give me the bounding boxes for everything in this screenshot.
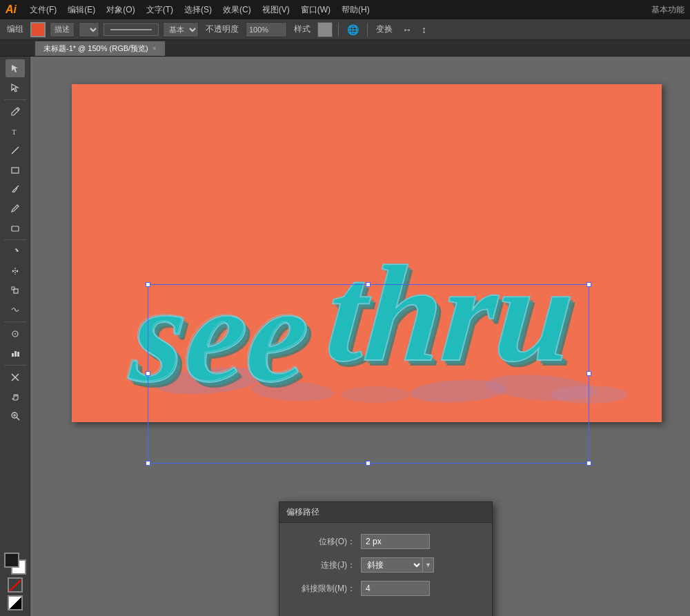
- tool-zoom[interactable]: [6, 407, 25, 425]
- join-select-wrap: 斜接 圆形 斜面 ▼: [361, 557, 434, 573]
- color-swatches: [4, 553, 26, 610]
- tool-paintbrush[interactable]: [6, 180, 25, 198]
- tool-sep-1: [4, 99, 26, 100]
- tool-warp[interactable]: [6, 301, 25, 319]
- offset-label: 位移(O)：: [293, 536, 355, 548]
- menu-bar: 文件(F) 编辑(E) 对象(O) 文字(T) 选择(S) 效果(C) 视图(V…: [25, 3, 375, 17]
- menu-select[interactable]: 选择(S): [179, 3, 217, 17]
- tool-direct-select[interactable]: [6, 79, 25, 97]
- artwork-svg: see thru see thru see thru see thru see: [72, 84, 662, 422]
- miter-input[interactable]: [361, 581, 430, 596]
- options-toolbar: 编组 描述 基本 不透明度 样式 🌐 变换 ↔ ↕: [0, 19, 690, 40]
- left-toolbar: T: [0, 57, 30, 616]
- separator-1: [338, 23, 339, 37]
- tab-title: 未标题-1* @ 150% (RGB/预览): [43, 43, 148, 54]
- svg-rect-2: [12, 168, 19, 173]
- title-bar: Ai 文件(F) 编辑(E) 对象(O) 文字(T) 选择(S) 效果(C) 视…: [0, 0, 690, 19]
- globe-btn[interactable]: 🌐: [344, 23, 362, 37]
- transform-label: 变换: [373, 23, 395, 35]
- transform-btn2[interactable]: ↕: [419, 23, 429, 37]
- tool-type[interactable]: T: [6, 122, 25, 140]
- style-label: 样式: [291, 23, 313, 35]
- join-row: 连接(J)： 斜接 圆形 斜面 ▼: [293, 557, 478, 573]
- none-swatch[interactable]: [8, 577, 23, 593]
- svg-text:T: T: [12, 128, 17, 136]
- join-label: 连接(J)：: [293, 559, 355, 571]
- tool-rect[interactable]: [6, 161, 25, 179]
- svg-line-15: [17, 417, 19, 420]
- svg-text:see: see: [124, 256, 315, 409]
- main-layout: T: [0, 57, 690, 616]
- fg-bg-swatches: [4, 553, 26, 575]
- tab-document[interactable]: 未标题-1* @ 150% (RGB/预览) ×: [34, 41, 166, 56]
- stroke-btn[interactable]: 描述: [50, 22, 75, 37]
- default-colors-btn[interactable]: [8, 595, 23, 610]
- tab-bar: 未标题-1* @ 150% (RGB/预览) ×: [0, 40, 690, 57]
- menu-help[interactable]: 帮助(H): [337, 3, 375, 17]
- tab-close-btn[interactable]: ×: [152, 45, 157, 52]
- offset-row: 位移(O)：: [293, 534, 478, 549]
- tool-symbol-spray[interactable]: [6, 325, 25, 343]
- tool-hand[interactable]: [6, 388, 25, 406]
- svg-rect-9: [12, 353, 14, 357]
- svg-text:thru: thru: [321, 237, 580, 390]
- tool-pen[interactable]: [6, 103, 25, 121]
- svg-rect-3: [12, 226, 19, 231]
- tool-select[interactable]: [6, 59, 25, 77]
- workspace-label: 基本功能: [651, 4, 684, 16]
- tool-sep-3: [4, 321, 26, 322]
- menu-effect[interactable]: 效果(C): [218, 3, 256, 17]
- miter-label: 斜接限制(M)：: [293, 583, 355, 595]
- menu-file[interactable]: 文件(F): [25, 3, 61, 17]
- menu-edit[interactable]: 编辑(E): [63, 3, 100, 17]
- dialog-body: 位移(O)： 连接(J)： 斜接 圆形 斜面 ▼: [279, 523, 492, 615]
- svg-point-8: [14, 333, 16, 335]
- app-logo: Ai: [6, 3, 17, 16]
- svg-rect-11: [17, 352, 19, 357]
- tool-sep-4: [4, 365, 26, 366]
- mode-label: 编组: [4, 23, 26, 35]
- tool-sep-2: [4, 239, 26, 240]
- offset-path-dialog[interactable]: 偏移路径 位移(O)： 连接(J)： 斜接 圆形: [279, 501, 493, 616]
- stroke-basic-select[interactable]: 基本: [163, 22, 199, 37]
- tool-slice[interactable]: [6, 368, 25, 386]
- dialog-title: 偏移路径: [286, 506, 319, 518]
- opacity-input[interactable]: [246, 22, 287, 37]
- join-select-arrow[interactable]: ▼: [423, 557, 434, 573]
- sel-handle-bm[interactable]: [366, 461, 371, 466]
- tool-eraser[interactable]: [6, 219, 25, 237]
- fill-swatch[interactable]: [30, 22, 46, 37]
- separator-2: [367, 23, 368, 37]
- style-swatch[interactable]: [317, 22, 333, 37]
- join-select[interactable]: 斜接 圆形 斜面: [361, 557, 423, 573]
- tool-column-graph[interactable]: [6, 344, 25, 362]
- canvas-area: see thru see thru see thru see thru see: [30, 57, 690, 616]
- menu-view[interactable]: 视图(V): [257, 3, 295, 17]
- miter-row: 斜接限制(M)：: [293, 581, 478, 596]
- artboard: see thru see thru see thru see thru see: [72, 84, 662, 422]
- foreground-swatch[interactable]: [4, 553, 19, 568]
- tool-reflect[interactable]: [6, 262, 25, 280]
- tool-line[interactable]: [6, 141, 25, 159]
- opacity-label: 不透明度: [203, 23, 241, 35]
- menu-window[interactable]: 窗口(W): [296, 3, 335, 17]
- stroke-preview: [103, 23, 159, 36]
- tool-rotate[interactable]: [6, 243, 25, 261]
- tool-pencil[interactable]: [6, 199, 25, 217]
- offset-input[interactable]: [361, 534, 430, 549]
- menu-text[interactable]: 文字(T): [141, 3, 178, 17]
- transform-btn1[interactable]: ↔: [400, 23, 415, 37]
- svg-line-1: [12, 147, 19, 154]
- tool-scale[interactable]: [6, 281, 25, 299]
- sel-handle-bl[interactable]: [146, 461, 150, 466]
- dialog-title-bar[interactable]: 偏移路径: [279, 502, 492, 523]
- sel-handle-br[interactable]: [586, 461, 591, 466]
- svg-rect-10: [14, 351, 17, 357]
- stroke-style-select[interactable]: [79, 22, 99, 37]
- menu-object[interactable]: 对象(O): [101, 3, 139, 17]
